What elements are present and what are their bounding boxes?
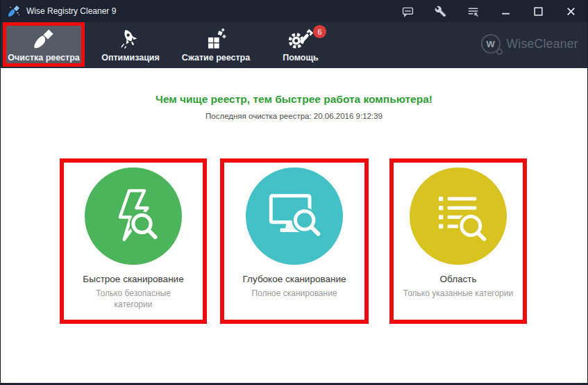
- tab-label: Очистка реестра: [8, 53, 79, 63]
- titlebar: Wise Registry Cleaner 9: [1, 0, 587, 22]
- deep-scan-circle[interactable]: [246, 167, 343, 265]
- gear-wrench-icon: [287, 27, 313, 51]
- tab-registry-cleanup[interactable]: Очистка реестра: [3, 22, 85, 67]
- brand-name: WiseCleaner: [507, 37, 578, 51]
- tab-label: Сжатие реестра: [182, 53, 250, 63]
- tab-label: Оптимизация: [101, 53, 160, 63]
- custom-area-card[interactable]: Область Только указанные категории: [389, 158, 527, 324]
- card-title: Область: [394, 274, 523, 284]
- fast-scan-circle[interactable]: [85, 167, 182, 265]
- list-scan-icon: [428, 186, 489, 247]
- custom-area-circle[interactable]: [410, 167, 507, 265]
- fast-scan-card[interactable]: Быстрое сканирование Только безопасные к…: [60, 158, 207, 324]
- card-subtitle: Только указанные категории: [394, 288, 523, 299]
- minimize-button[interactable]: [489, 0, 522, 22]
- main-content: Чем чище реестр, тем быстрее работа комп…: [1, 68, 587, 383]
- app-brush-icon: [7, 4, 21, 18]
- card-title: Быстрое сканирование: [64, 274, 203, 284]
- logo-w-icon: W: [481, 34, 501, 54]
- tab-help[interactable]: Помощь 6: [270, 23, 331, 67]
- logo-tail: [496, 49, 503, 55]
- wisecleaner-logo: W WiseCleaner: [481, 34, 578, 54]
- tab-registry-defrag[interactable]: Сжатие реестра: [176, 23, 256, 67]
- last-clean-info: Последняя очистка реестра: 20.06.2016 9:…: [1, 112, 587, 120]
- monitor-scan-icon: [264, 186, 325, 247]
- card-title: Глубокое сканирование: [224, 274, 364, 284]
- rocket-icon: [119, 27, 142, 51]
- tab-label: Помощь: [283, 53, 318, 63]
- card-subtitle: Только безопасные категории: [64, 288, 203, 310]
- app-window: Wise Registry Cleaner 9: [0, 0, 588, 385]
- help-notification-badge: 6: [313, 25, 326, 38]
- lightning-scan-icon: [103, 186, 164, 247]
- logo-letter: W: [486, 39, 494, 49]
- card-subtitle: Полное сканирование: [224, 288, 364, 299]
- deep-scan-card[interactable]: Глубокое сканирование Полное сканировани…: [220, 158, 369, 324]
- headline: Чем чище реестр, тем быстрее работа комп…: [1, 68, 587, 106]
- close-button[interactable]: [555, 0, 587, 22]
- brush-icon: [32, 27, 56, 51]
- titlebar-buttons: [392, 0, 587, 22]
- wrench-icon[interactable]: [424, 0, 457, 22]
- tab-optimization[interactable]: Оптимизация: [92, 23, 169, 67]
- feedback-bubble-icon[interactable]: [392, 0, 424, 22]
- maximize-button[interactable]: [522, 0, 555, 22]
- menu-list-icon[interactable]: [457, 0, 489, 22]
- nav-bar: Очистка реестра Оптимизация: [1, 22, 587, 68]
- window-title: Wise Registry Cleaner 9: [26, 6, 116, 16]
- blocks-icon: [204, 27, 228, 51]
